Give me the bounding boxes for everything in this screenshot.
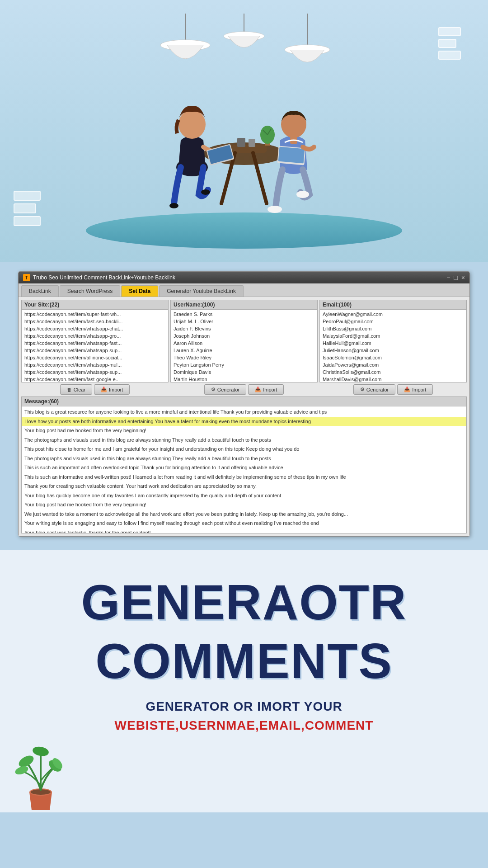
message-list[interactable]: This blog is a great resource for anyone… (22, 406, 466, 533)
import-icon: 📥 (255, 387, 261, 392)
list-item[interactable]: Thank you for creating such valuable con… (22, 481, 466, 491)
list-item[interactable]: Jaiden F. Blevins (171, 325, 317, 332)
list-item[interactable]: MarshallDavis@gmail.com (320, 376, 466, 382)
message-area: Message:(60) This blog is a great resour… (21, 396, 467, 533)
list-item[interactable]: We just wanted to take a moment to ackno… (22, 509, 466, 519)
list-item[interactable]: This post hits close to home for me and … (22, 444, 466, 454)
list-item[interactable]: https://codecanyon.net/item/whatsapp-fas… (22, 340, 168, 347)
list-item[interactable]: IsaacSolomon@gmail.com (320, 354, 466, 361)
generator-username-button[interactable]: ⚙ Generator (204, 384, 247, 395)
app-window-section: T Trubo Seo Unlimited Comment BackLink+Y… (0, 262, 488, 550)
import-icon: 📥 (101, 387, 107, 392)
svg-rect-11 (249, 139, 255, 147)
list-item[interactable]: https://codecanyon.net/item/whatsapp-sup… (22, 347, 168, 354)
list-item[interactable]: Joseph Johnson (171, 332, 317, 340)
list-item[interactable]: LilithBass@gmail.com (320, 325, 466, 332)
minimize-button[interactable]: − (446, 274, 450, 281)
list-item[interactable]: Your writing style is so engaging and ea… (22, 519, 466, 528)
list-item[interactable]: Peyton Langston Perry (171, 361, 317, 368)
generator-icon: ⚙ (360, 387, 365, 392)
list-item[interactable]: PedroPaul@gmail.com (320, 318, 466, 325)
list-item[interactable]: JulietHanson@gmail.com (320, 347, 466, 354)
list-item[interactable]: This blog is a great resource for anyone… (22, 407, 466, 417)
svg-point-17 (169, 203, 178, 208)
sites-column: Your Site:(22) https://codecanyon.net/it… (21, 300, 169, 382)
list-item[interactable]: ChristinaSolis@gmail.com (320, 368, 466, 376)
illustration-section (0, 0, 488, 262)
plant-decoration (14, 722, 68, 812)
tab-search-wordpress[interactable]: Search WordPress (60, 285, 120, 297)
deco-block (14, 203, 36, 213)
tab-set-data[interactable]: Set Data (121, 285, 158, 297)
email-column-header: Email:(100) (320, 300, 466, 310)
email-list[interactable]: AyleenWagner@gmail.com PedroPaul@gmail.c… (320, 310, 466, 382)
list-item[interactable]: This is such an informative and well-wri… (22, 472, 466, 482)
svg-point-19 (178, 110, 206, 139)
title-bar-controls[interactable]: − □ × (446, 274, 465, 281)
list-item[interactable]: Braeden S. Parks (171, 311, 317, 318)
deco-block (14, 216, 41, 226)
subtitle-label: GENERATOR OR IMORT YOUR (27, 699, 461, 714)
import-icon: 📥 (404, 387, 410, 392)
list-item[interactable]: https://codecanyon.net/item/whatsapp-cha… (22, 325, 168, 332)
title-bar-left: T Trubo Seo Unlimited Comment BackLink+Y… (23, 274, 175, 281)
message-header: Message:(60) (22, 397, 466, 406)
import-username-button[interactable]: 📥 Import (248, 384, 284, 395)
svg-rect-10 (237, 138, 245, 147)
list-item[interactable]: MalaysiaFord@gmail.com (320, 332, 466, 340)
list-item[interactable]: https://codecanyon.net/item/fast-seo-bac… (22, 318, 168, 325)
list-item[interactable]: Urijah M. L. Oliver (171, 318, 317, 325)
tab-backlink[interactable]: BackLink (21, 285, 59, 297)
main-title-line2: COMMENTS (27, 636, 461, 686)
title-bar: T Trubo Seo Unlimited Comment BackLink+Y… (19, 272, 469, 283)
deco-block (438, 27, 461, 36)
import-sites-button[interactable]: 📥 Import (94, 384, 130, 395)
generator-email-button[interactable]: ⚙ Generator (353, 384, 396, 395)
list-item[interactable]: HallieHull@gmail.com (320, 340, 466, 347)
list-item[interactable]: Your blog post was fantastic, thanks for… (22, 528, 466, 533)
list-item[interactable]: Martin Houston (171, 376, 317, 382)
clear-button[interactable]: 🗑 Clear (60, 384, 92, 395)
app-content: Your Site:(22) https://codecanyon.net/it… (19, 297, 469, 536)
list-item[interactable]: Dominique Davis (171, 368, 317, 376)
tab-bar: BackLink Search WordPress Set Data Gener… (19, 283, 469, 297)
generator-icon: ⚙ (211, 387, 216, 392)
bottom-section: GENERAOTR COMMENTS GENERATOR OR IMORT YO… (0, 550, 488, 812)
list-item[interactable]: This is such an important and often over… (22, 463, 466, 472)
list-item[interactable]: Aaron Allison (171, 340, 317, 347)
deco-block (14, 191, 41, 201)
list-item[interactable]: https://codecanyon.net/item/whatsapp-gro… (22, 332, 168, 340)
maximize-button[interactable]: □ (454, 274, 457, 281)
list-item[interactable]: The photographs and visuals used in this… (22, 435, 466, 445)
app-window: T Trubo Seo Unlimited Comment BackLink+Y… (18, 271, 470, 537)
list-item[interactable]: Lauren X. Aguirre (171, 347, 317, 354)
username-list[interactable]: Braeden S. Parks Urijah M. L. Oliver Jai… (171, 310, 317, 382)
data-columns: Your Site:(22) https://codecanyon.net/it… (21, 300, 467, 382)
import-email-button[interactable]: 📥 Import (397, 384, 433, 395)
list-item[interactable]: Theo Wade Riley (171, 354, 317, 361)
sites-list[interactable]: https://codecanyon.net/item/super-fast-w… (22, 310, 168, 382)
tab-generator-youtube[interactable]: Generator Youtube BackLink (159, 285, 244, 297)
svg-point-18 (201, 189, 210, 195)
list-item[interactable]: https://codecanyon.net/item/whatsapp-mul… (22, 361, 168, 368)
username-column-header: UserName:(100) (171, 300, 317, 310)
sites-btn-group: 🗑 Clear 📥 Import (21, 384, 169, 395)
list-item[interactable]: JaidaPowers@gmail.com (320, 361, 466, 368)
list-item[interactable]: Your blog post had me hooked from the ve… (22, 426, 466, 435)
username-column: UserName:(100) Braeden S. Parks Urijah M… (170, 300, 318, 382)
main-title-line1: GENERAOTR (27, 577, 461, 627)
list-item[interactable]: Your blog post had me hooked from the ve… (22, 500, 466, 509)
list-item[interactable]: https://codecanyon.net/item/whatsapp-sup… (22, 368, 168, 376)
list-item[interactable]: https://codecanyon.net/item/super-fast-w… (22, 311, 168, 318)
list-item[interactable]: Your blog has quickly become one of my f… (22, 491, 466, 500)
close-button[interactable]: × (461, 274, 465, 281)
svg-point-31 (32, 745, 50, 757)
clear-icon: 🗑 (67, 387, 72, 392)
list-item[interactable]: https://codecanyon.net/item/allinone-soc… (22, 354, 168, 361)
list-item[interactable]: https://codecanyon.net/item/fast-google-… (22, 376, 168, 382)
scene-illustration (104, 14, 384, 240)
button-row: 🗑 Clear 📥 Import ⚙ Generator 📥 (21, 384, 467, 395)
list-item[interactable]: AyleenWagner@gmail.com (320, 311, 466, 318)
list-item[interactable]: I love how your posts are both informati… (22, 417, 466, 426)
list-item[interactable]: The photographs and visuals used in this… (22, 454, 466, 463)
